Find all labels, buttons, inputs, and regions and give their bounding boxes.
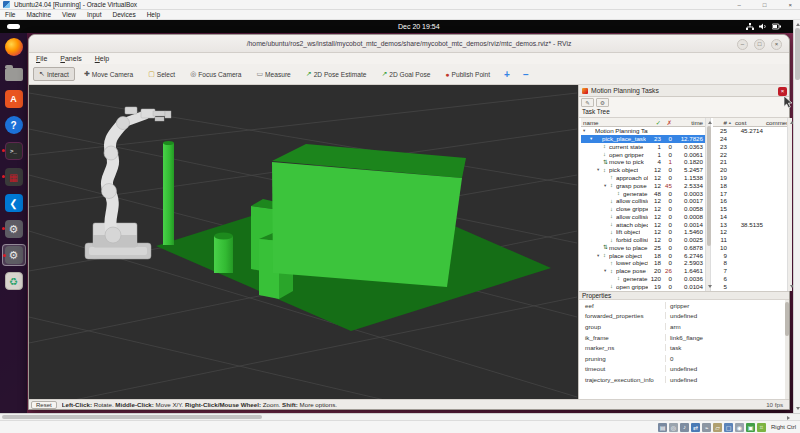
solution-row[interactable]: 9 [713, 251, 787, 259]
col-failure[interactable]: ✗ [661, 119, 672, 126]
vbox-status-shared-folders-icon[interactable]: ▱ [713, 423, 722, 432]
solutions-table[interactable]: # ▴ cost comment 2545.271424232221201918… [713, 118, 787, 291]
vbox-status-features-icon[interactable]: ▣ [746, 423, 755, 432]
dock-help[interactable]: ? [2, 114, 26, 136]
task-row-allow-collision[interactable]: ↓allow collision ...1200.0017 [581, 197, 705, 205]
solution-row[interactable]: 24 [713, 135, 787, 143]
solution-row[interactable]: 17 [713, 189, 787, 197]
solution-row[interactable]: 12 [713, 228, 787, 236]
dock-terminal[interactable]: >_ [2, 140, 26, 162]
rviz-menu-panels[interactable]: Panels [60, 55, 81, 62]
col-success[interactable]: ✓ [648, 119, 661, 126]
task-row-generate-pl[interactable]: ↕generate pl...12000.0036 [581, 275, 705, 283]
task-row-attach-object[interactable]: ↓attach object1200.0014 [581, 220, 705, 228]
solution-row[interactable]: 6 [713, 275, 787, 283]
vbox-status-recording-icon[interactable]: ◉ [735, 423, 744, 432]
dock-files[interactable] [2, 62, 26, 84]
task-row-move-to-pick[interactable]: ⇅move to pick410.1820 [581, 158, 705, 166]
tool-measure[interactable]: ▭Measure [250, 67, 296, 81]
dock-settings[interactable]: ⚙ [2, 218, 26, 240]
vbox-status-usb-icon[interactable]: ⌁ [702, 423, 711, 432]
vbox-menu-view[interactable]: View [62, 11, 76, 18]
dock-settings-active[interactable]: ⚙ [2, 244, 26, 266]
task-row-open-gripper[interactable]: ↓open gripper1900.0104 [581, 282, 705, 290]
panel-settings-button[interactable]: ⚙ [596, 98, 609, 107]
task-row-allow-collision[interactable]: ↓allow collision ...1200.0008 [581, 212, 705, 220]
vbox-status-hard-disks-icon[interactable]: ▤ [658, 423, 667, 432]
solution-row[interactable]: 11 [713, 236, 787, 244]
vbox-menu-machine[interactable]: Machine [26, 11, 51, 18]
panel-header[interactable]: Motion Planning Tasks × [579, 85, 789, 97]
system-tray[interactable] [746, 23, 781, 30]
dock-firefox[interactable] [2, 36, 26, 58]
col-number[interactable]: # [713, 119, 727, 126]
solution-row[interactable]: 18 [713, 181, 787, 189]
solution-row[interactable]: 20 [713, 166, 787, 174]
task-tree-header[interactable]: name ✓ ✗ time [581, 118, 705, 127]
property-row[interactable]: trajectory_execution_infoundefined [579, 374, 789, 385]
rviz-maximize-button[interactable]: □ [754, 39, 765, 50]
vbox-menu-input[interactable]: Input [87, 11, 101, 18]
property-row[interactable]: pruning0 [579, 353, 789, 364]
task-row-open-gripper[interactable]: ↓open gripper100.0061 [581, 150, 705, 158]
properties-scrollbar[interactable] [785, 300, 789, 399]
col-comment[interactable]: comment [763, 119, 787, 126]
solution-row[interactable]: 23 [713, 143, 787, 151]
dock-vscode[interactable]: ❮ [2, 192, 26, 214]
rviz-minimize-button[interactable]: – [737, 39, 748, 50]
remove-tool-button[interactable]: − [518, 69, 534, 80]
solution-row[interactable]: 10 [713, 243, 787, 251]
property-row[interactable]: forwarded_propertiesundefined [579, 311, 789, 322]
panel-close-button[interactable]: × [778, 87, 787, 96]
tool-2d-pose-estimate[interactable]: ↗2D Pose Estimate [300, 67, 373, 81]
solution-row[interactable]: 19 [713, 174, 787, 182]
vbox-status-keyboard-icon[interactable]: ⌗ [757, 423, 766, 432]
solution-row[interactable]: 16 [713, 197, 787, 205]
solutions-header[interactable]: # ▴ cost comment [713, 118, 787, 127]
tool-interact[interactable]: ↖Interact [33, 67, 75, 81]
task-row-lower-object[interactable]: ↑lower object1802.5903 [581, 259, 705, 267]
task-tree-table[interactable]: name ✓ ✗ time ▾ Motion Planning Tasks▾ p… [581, 118, 705, 291]
col-name[interactable]: name [581, 119, 648, 126]
rviz-menu-file[interactable]: File [36, 55, 47, 62]
reset-button[interactable]: Reset [31, 401, 57, 409]
col-time[interactable]: time [672, 119, 705, 126]
task-row-pick-object[interactable]: ▾↕pick object1205.2457 [581, 166, 705, 174]
add-tool-button[interactable]: + [499, 69, 515, 80]
rviz-close-button[interactable]: × [771, 39, 782, 50]
task-row-close-gripper[interactable]: ↓close gripper1200.0058 [581, 205, 705, 213]
tool-move-camera[interactable]: ✚Move Camera [78, 67, 139, 81]
dock-trash[interactable]: ♻ [2, 270, 26, 292]
task-tree-scrollbar[interactable] [705, 118, 711, 291]
tool-2d-goal-pose[interactable]: ↗2D Goal Pose [375, 67, 436, 81]
vbox-status-display-icon[interactable]: ▢ [724, 423, 733, 432]
solution-row[interactable]: 8 [713, 259, 787, 267]
vbox-close-button[interactable]: × [788, 2, 792, 8]
dock-red-app[interactable]: ▦ [2, 166, 26, 188]
vm-vertical-scrollbar[interactable] [793, 20, 800, 413]
solution-row[interactable]: 1338.5135 [713, 220, 787, 228]
vbox-status-network-icon[interactable]: ⇄ [691, 423, 700, 432]
task-row-pick-place-task[interactable]: ▾ pick_place_task23012.7826 [581, 135, 705, 143]
col-cost[interactable]: cost [733, 119, 763, 126]
property-row[interactable]: grouparm [579, 321, 789, 332]
task-row-approach-object[interactable]: ↑approach object1201.1538 [581, 174, 705, 182]
solution-row[interactable]: 22 [713, 150, 787, 158]
solution-row[interactable]: 2545.2714 [713, 127, 787, 135]
vm-horizontal-scrollbar[interactable] [0, 413, 800, 420]
solution-row[interactable]: 5 [713, 282, 787, 290]
vbox-minimize-button[interactable]: – [738, 2, 741, 8]
solution-row[interactable]: 21 [713, 158, 787, 166]
dock-ubuntu-software[interactable]: A [2, 88, 26, 110]
task-row-current-state[interactable]: ↕current state100.0363 [581, 143, 705, 151]
vbox-menu-file[interactable]: File [5, 11, 15, 18]
vbox-maximize-button[interactable]: □ [763, 2, 767, 8]
task-row-motion-planning-tasks[interactable]: ▾ Motion Planning Tasks [581, 127, 705, 135]
task-row-generate-gr[interactable]: ↕generate gr...4800.0003 [581, 189, 705, 197]
task-row-place-object[interactable]: ▾↕place object1806.2746 [581, 251, 705, 259]
property-row[interactable]: marker_nstask [579, 342, 789, 353]
rviz-menu-help[interactable]: Help [95, 55, 109, 62]
panel-edit-button[interactable]: ✎ [581, 98, 594, 107]
property-row[interactable]: timeoutundefined [579, 364, 789, 375]
tool-select[interactable]: ▢Select [142, 67, 181, 81]
